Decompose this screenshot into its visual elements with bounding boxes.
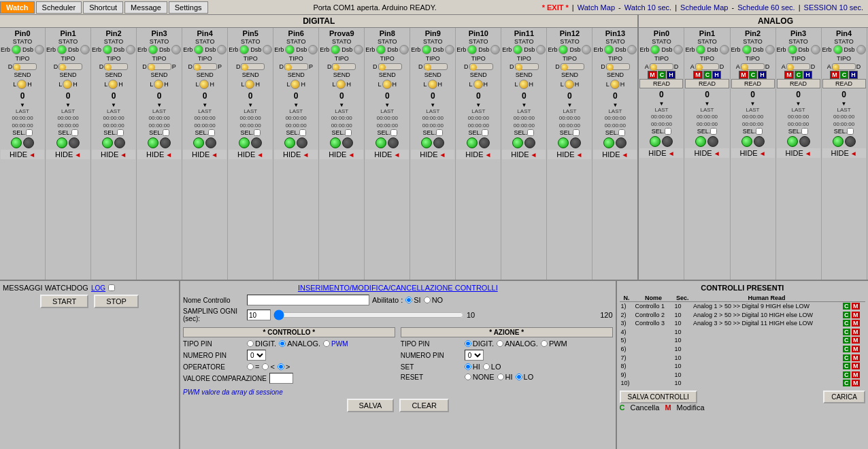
hide-arrow-d0[interactable]: ◄	[29, 151, 35, 159]
sampling-input[interactable]	[247, 310, 271, 320]
reset-lo-radio[interactable]	[516, 373, 522, 380]
hide-arrow-d11[interactable]: ◄	[531, 151, 537, 159]
ctrl-m-btn-1[interactable]: M	[852, 312, 860, 318]
watchdog-stop-button[interactable]: STOP	[94, 295, 139, 308]
m-btn-a0[interactable]: M	[648, 71, 657, 79]
sel-check-d8[interactable]	[390, 129, 397, 136]
hide-arrow-d10[interactable]: ◄	[485, 151, 492, 159]
ctrl-m-btn-0[interactable]: M	[852, 303, 860, 310]
reset-none-radio[interactable]	[465, 373, 471, 380]
ctrl-c-btn-5[interactable]: C	[843, 346, 850, 352]
send-knob-d3[interactable]	[154, 80, 163, 89]
send-knob-d2[interactable]	[108, 80, 118, 89]
dropdown-a0[interactable]: ▼	[658, 101, 664, 107]
hide-arrow-a1[interactable]: ◄	[714, 150, 720, 157]
dropdown-d12[interactable]: ▼	[567, 102, 572, 108]
m-btn-a4[interactable]: M	[830, 71, 839, 79]
tipo-slider-a4[interactable]	[832, 63, 856, 70]
set-hi-radio[interactable]	[465, 363, 471, 370]
valore-input[interactable]	[269, 373, 293, 384]
read-btn-a4[interactable]: READ	[822, 79, 866, 88]
ctrl-c-btn-9[interactable]: C	[843, 380, 850, 386]
set-lo-radio[interactable]	[483, 363, 490, 370]
tipo-slider-d1[interactable]	[59, 63, 82, 70]
h-btn-a1[interactable]: H	[712, 71, 721, 79]
h-btn-a3[interactable]: H	[803, 71, 812, 79]
schedule-60-link[interactable]: Schedule 60 sec.	[737, 3, 795, 12]
tipo-slider-d5[interactable]	[241, 63, 265, 70]
ctrl-m-btn-6[interactable]: M	[852, 354, 860, 361]
ctrl-c-btn-3[interactable]: C	[843, 329, 850, 335]
tipo-slider-d7[interactable]	[332, 63, 356, 70]
no-radio[interactable]	[424, 297, 431, 303]
sel-check-d0[interactable]	[26, 129, 33, 136]
sel-check-d13[interactable]	[618, 129, 625, 136]
hide-arrow-d12[interactable]: ◄	[576, 151, 583, 159]
hide-arrow-d7[interactable]: ◄	[348, 151, 354, 159]
c-btn-a3[interactable]: C	[795, 71, 803, 79]
dropdown-d4[interactable]: ▼	[202, 102, 207, 108]
tipo-slider-a0[interactable]	[650, 63, 673, 70]
sel-check-a3[interactable]	[801, 128, 808, 135]
dropdown-a2[interactable]: ▼	[750, 101, 756, 107]
insert-title-link[interactable]: INSERIMENTO/MODIFICA/CANCELLAZIONE CONTR…	[298, 284, 498, 292]
dropdown-d3[interactable]: ▼	[156, 102, 162, 108]
salva-controlli-button[interactable]: SALVA CONTROLLI	[620, 390, 697, 403]
h-btn-a0[interactable]: H	[667, 71, 675, 79]
tab-message[interactable]: Message	[124, 1, 167, 14]
sel-check-d10[interactable]	[482, 129, 488, 136]
dropdown-d1[interactable]: ▼	[65, 102, 71, 108]
ctrl-m-btn-8[interactable]: M	[852, 371, 860, 378]
hide-arrow-a2[interactable]: ◄	[759, 150, 766, 157]
tab-settings[interactable]: Settings	[169, 1, 208, 14]
watchdog-checkbox[interactable]	[108, 284, 115, 291]
send-knob-d8[interactable]	[382, 80, 392, 89]
hide-arrow-d8[interactable]: ◄	[393, 151, 400, 159]
azione-digit-radio[interactable]	[465, 340, 471, 347]
send-knob-d10[interactable]	[473, 80, 483, 89]
send-knob-d4[interactable]	[199, 80, 209, 89]
send-knob-d11[interactable]	[519, 80, 529, 89]
watch-map-link[interactable]: Watch Map	[578, 3, 615, 12]
c-btn-a1[interactable]: C	[703, 71, 712, 79]
ctrl-m-btn-2[interactable]: M	[852, 320, 860, 327]
send-knob-d9[interactable]	[428, 80, 437, 89]
azione-numero-select[interactable]: 012	[465, 350, 484, 361]
hide-arrow-d4[interactable]: ◄	[211, 151, 218, 159]
tipo-slider-d10[interactable]	[469, 63, 493, 70]
tab-scheduler[interactable]: Scheduler	[36, 1, 82, 14]
send-knob-d6[interactable]	[290, 80, 300, 89]
dropdown-d11[interactable]: ▼	[521, 102, 527, 108]
send-knob-d7[interactable]	[336, 80, 346, 89]
dropdown-d5[interactable]: ▼	[248, 102, 253, 108]
azione-pwm-radio[interactable]	[541, 340, 548, 347]
sel-check-d1[interactable]	[71, 129, 78, 136]
h-btn-a4[interactable]: H	[849, 71, 858, 79]
read-btn-a0[interactable]: READ	[639, 79, 683, 88]
c-btn-a0[interactable]: C	[658, 71, 667, 79]
schedule-map-link[interactable]: Schedule Map	[680, 3, 728, 12]
dropdown-a4[interactable]: ▼	[841, 101, 847, 107]
pwm-radio[interactable]	[323, 340, 330, 347]
op-lt-radio[interactable]	[262, 363, 269, 370]
m-btn-a2[interactable]: M	[739, 71, 748, 79]
dropdown-d7[interactable]: ▼	[339, 102, 344, 108]
hide-arrow-d1[interactable]: ◄	[74, 151, 81, 159]
sel-check-a1[interactable]	[710, 128, 717, 135]
read-btn-a3[interactable]: READ	[777, 79, 820, 88]
c-btn-a4[interactable]: C	[840, 71, 849, 79]
tipo-slider-d8[interactable]	[378, 63, 402, 70]
sel-check-a2[interactable]	[756, 128, 763, 135]
ctrl-c-btn-1[interactable]: C	[843, 312, 850, 318]
watch-10-link[interactable]: Watch 10 sec.	[624, 3, 671, 12]
sampling-slider[interactable]	[273, 310, 464, 320]
hide-arrow-a0[interactable]: ◄	[668, 150, 675, 157]
tipo-slider-d3[interactable]	[148, 63, 171, 70]
tipo-slider-d9[interactable]	[424, 63, 448, 70]
si-radio[interactable]	[405, 297, 412, 303]
ctrl-c-btn-7[interactable]: C	[843, 363, 850, 369]
dropdown-a1[interactable]: ▼	[705, 101, 710, 107]
ctrl-c-btn-4[interactable]: C	[843, 337, 850, 344]
sel-check-a4[interactable]	[847, 128, 854, 135]
ctrl-m-btn-4[interactable]: M	[852, 337, 860, 344]
